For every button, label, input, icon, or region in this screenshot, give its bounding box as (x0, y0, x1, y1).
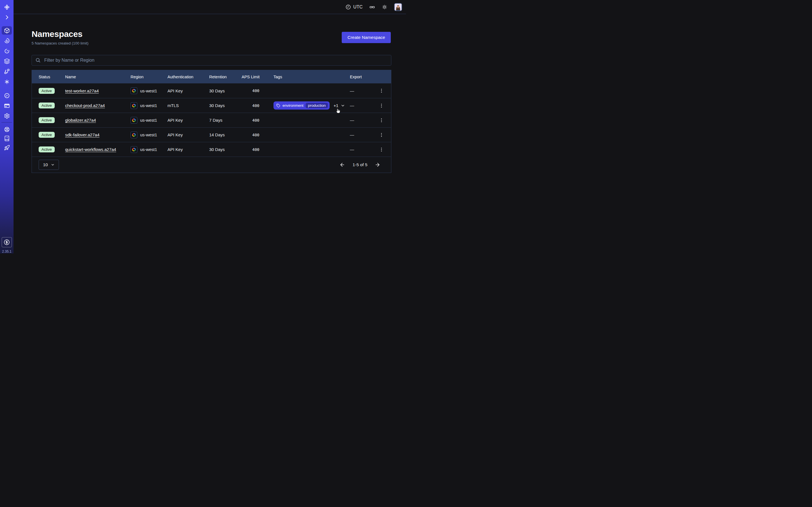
column-header-name: Name (58, 75, 124, 79)
export-value: — (343, 89, 371, 93)
region-label: us-west1 (140, 103, 157, 108)
row-actions-menu-button[interactable] (371, 103, 392, 108)
create-namespace-button[interactable]: Create Namespace (342, 32, 391, 43)
topbar: UTC (13, 0, 406, 14)
status-badge: Active (39, 103, 55, 108)
sidebar-item-schedules[interactable] (2, 47, 12, 55)
sidebar-item-usage[interactable] (2, 91, 12, 100)
asterisk-icon (4, 79, 10, 85)
kebab-menu-icon (379, 147, 384, 152)
auth-method: API Key (161, 147, 202, 152)
tags-cell: environment production +1 (267, 101, 343, 110)
page-size-value: 10 (43, 162, 48, 167)
namespaces-page: { "app": { "version": "2.35.1" }, "topba… (0, 0, 406, 253)
sidebar-item-settings[interactable] (2, 112, 12, 120)
search-icon (35, 57, 41, 63)
retention-value: 30 Days (202, 147, 235, 152)
sidebar-item-docs[interactable] (2, 134, 12, 143)
expand-sidebar-button[interactable] (2, 13, 12, 21)
sidebar: 2.35.1 (0, 0, 13, 253)
table-row: Active test-worker.a27a4 us-west1 API Ke… (32, 83, 391, 98)
export-value: — (343, 103, 371, 108)
tag-value: production (306, 103, 328, 108)
filter-container (32, 55, 391, 66)
status-badge: Active (39, 117, 55, 123)
page-size-select[interactable]: 10 (39, 160, 59, 170)
workflow-branch-icon (4, 68, 10, 74)
light-mode-sun-icon (382, 4, 388, 10)
retention-value: 30 Days (202, 103, 235, 108)
arrow-left-icon (340, 162, 345, 168)
sidebar-item-billing[interactable] (2, 101, 12, 110)
theme-toggle-button[interactable] (382, 4, 388, 10)
auth-method: API Key (161, 132, 202, 137)
aps-limit-value: 400 (235, 118, 267, 122)
sidebar-item-deployments[interactable] (2, 57, 12, 65)
sidebar-item-getting-started[interactable] (2, 144, 12, 152)
clock-icon (345, 4, 351, 10)
aps-limit-value: 400 (235, 103, 267, 108)
column-header-tags: Tags (267, 75, 343, 79)
export-value: — (343, 132, 371, 137)
namespace-link[interactable]: sdk-failover.a27a4 (65, 132, 100, 137)
timezone-label: UTC (353, 4, 363, 10)
sidebar-item-namespaces[interactable] (2, 26, 12, 35)
tag-key: environment (283, 103, 303, 108)
previous-page-button[interactable] (340, 162, 345, 168)
region-label: us-west1 (140, 147, 157, 152)
aps-limit-value: 400 (235, 147, 267, 152)
column-header-region: Region (124, 75, 161, 79)
cube-icon (4, 27, 10, 34)
status-badge: Active (39, 88, 55, 94)
sidebar-item-batch-operations[interactable] (2, 67, 12, 75)
next-page-button[interactable] (375, 162, 380, 168)
pricing-button[interactable] (2, 237, 12, 247)
main-content: Namespaces 5 Namespaces created (100 lim… (13, 14, 406, 253)
reader-glasses-icon (369, 4, 375, 10)
column-header-status: Status (32, 75, 58, 79)
table-footer: 10 1-5 of 5 (32, 157, 391, 173)
pagination-range: 1-5 of 5 (352, 162, 367, 167)
region-label: us-west1 (140, 89, 157, 93)
user-avatar[interactable] (394, 3, 402, 11)
row-actions-menu-button[interactable] (371, 132, 392, 137)
settings-gear-icon (4, 113, 10, 119)
aps-limit-value: 400 (235, 133, 267, 137)
page-title: Namespaces (32, 29, 82, 39)
sidebar-item-workflows[interactable] (2, 36, 12, 45)
layers-icon (4, 58, 10, 64)
tag-icon (276, 104, 280, 108)
rocket-icon (4, 145, 10, 151)
column-header-authentication: Authentication (161, 75, 202, 79)
gcp-region-icon (131, 146, 137, 153)
sidebar-item-support[interactable] (2, 125, 12, 133)
kebab-menu-icon (379, 103, 384, 108)
kebab-menu-icon (379, 88, 384, 93)
namespace-link[interactable]: quickstart-workflows.a27a4 (65, 147, 116, 152)
namespace-count: 5 Namespaces created (100 limit) (32, 41, 89, 45)
namespace-link[interactable]: globalizer.a27a4 (65, 118, 96, 122)
row-actions-menu-button[interactable] (371, 118, 392, 123)
gauge-icon (4, 93, 10, 99)
region-label: us-west1 (140, 132, 157, 137)
retention-value: 7 Days (202, 118, 235, 122)
table-row: Active checkout-prod.a27a4 us-west1 mTLS (32, 98, 391, 113)
pagination: 1-5 of 5 (340, 162, 380, 168)
status-badge: Active (39, 147, 55, 152)
export-value: — (343, 147, 371, 152)
column-header-aps-limit: APS Limit (235, 75, 267, 79)
logo-icon[interactable] (2, 3, 12, 11)
tag-badge[interactable]: environment production (273, 101, 329, 110)
timezone-selector[interactable]: UTC (345, 4, 363, 10)
row-actions-menu-button[interactable] (371, 88, 392, 93)
filter-input[interactable] (32, 55, 391, 66)
timer-icon (4, 48, 10, 54)
chevron-right-icon (4, 14, 10, 20)
reader-mode-button[interactable] (369, 4, 375, 10)
namespace-link[interactable]: test-worker.a27a4 (65, 89, 99, 93)
sidebar-item-nexus[interactable] (2, 77, 12, 86)
namespace-link[interactable]: checkout-prod.a27a4 (65, 103, 105, 108)
avatar-portrait (395, 4, 402, 10)
gcp-region-icon (131, 87, 137, 94)
row-actions-menu-button[interactable] (371, 147, 392, 152)
